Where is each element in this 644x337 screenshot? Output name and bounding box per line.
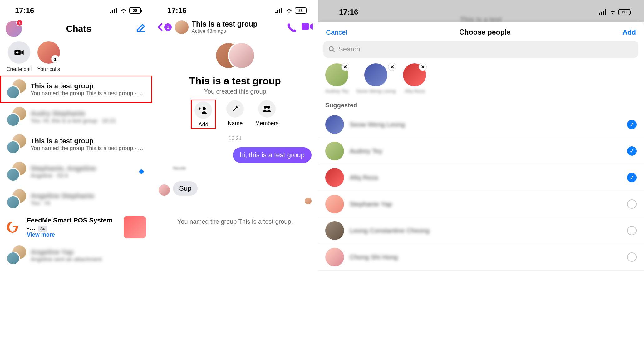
outgoing-message[interactable]: hi, this is a test group (233, 147, 312, 163)
svg-rect-8 (277, 10, 278, 13)
selected-person[interactable]: ✕ Afiq Reza (403, 63, 426, 94)
svg-point-12 (203, 107, 206, 110)
selected-name: Afiq Reza (405, 88, 425, 94)
incoming-message[interactable]: Sup (173, 181, 198, 196)
selected-name: Seow Weng Leong (356, 88, 396, 94)
avatar (325, 142, 344, 160)
ad-view-more[interactable]: View more (27, 232, 119, 238)
svg-rect-18 (601, 12, 602, 15)
person-row[interactable]: Afiq Reza (318, 164, 644, 191)
svg-point-21 (329, 47, 333, 51)
create-call-button[interactable]: + Create call (6, 41, 32, 72)
person-name: Audrey Tey (350, 147, 622, 155)
ad-row[interactable]: FeedMe Smart POS System -… Ad View more (0, 213, 152, 242)
your-calls-button[interactable]: 1 Your calls (37, 41, 60, 72)
wifi-icon (609, 9, 617, 15)
avatar (325, 221, 344, 240)
cellular-icon (110, 8, 118, 13)
add-button[interactable]: Add (622, 28, 636, 37)
your-calls-avatar: 1 (37, 41, 60, 64)
battery-icon: 28 (129, 7, 141, 14)
cancel-button[interactable]: Cancel (326, 28, 347, 37)
remove-icon[interactable]: ✕ (388, 63, 396, 71)
svg-point-16 (266, 106, 268, 108)
remove-icon[interactable]: ✕ (341, 63, 349, 71)
incoming-sender: Nicole (173, 165, 318, 171)
group-subtitle: You created this group (159, 88, 312, 95)
chat-name: This is a test group (31, 82, 146, 90)
person-name: Seow Weng Leong (350, 121, 622, 128)
people-list: Seow Weng Leong Audrey Tey Afiq Reza Ste… (318, 111, 644, 271)
chat-row[interactable]: Stephanie, Angeline Angeline · 03:4 (0, 158, 152, 185)
thread-header: 1 This is a test group Active 43m ago (152, 18, 318, 34)
compose-button[interactable] (135, 23, 146, 35)
chat-name: Audry Stephanie (31, 110, 146, 118)
chat-row[interactable]: Audry Stephanie You: Hi, this is a test … (0, 103, 152, 130)
chat-row[interactable]: Angeline Stephanie You · Hi (0, 185, 152, 213)
back-badge: 1 (164, 23, 172, 31)
checkbox[interactable] (627, 146, 637, 156)
back-button[interactable]: 1 (157, 23, 172, 32)
profile-avatar[interactable]: 1 (6, 21, 22, 37)
message-timestamp: 16:21 (152, 135, 318, 142)
svg-rect-0 (110, 12, 111, 13)
battery-icon: 28 (295, 7, 307, 14)
person-name: Leong Constantine Cheong (350, 227, 622, 234)
add-people-button[interactable]: + Add (191, 100, 215, 129)
incoming-avatar[interactable] (159, 184, 170, 196)
seen-indicator (305, 198, 312, 204)
group-overview: This is a test group You created this gr… (152, 34, 318, 129)
unread-dot (139, 169, 144, 174)
avatar (364, 63, 387, 86)
people-icon (258, 100, 276, 118)
svg-rect-19 (603, 11, 604, 15)
checkbox[interactable] (627, 173, 637, 182)
chat-avatar (6, 189, 26, 209)
video-call-button[interactable] (302, 22, 313, 31)
create-call-label: Create call (6, 66, 32, 72)
chat-name: Stephanie, Angeline (31, 164, 146, 173)
person-row[interactable]: Chong Shi Hong (318, 244, 644, 271)
your-calls-badge: 1 (51, 55, 59, 63)
person-row[interactable]: Seow Weng Leong (318, 111, 644, 138)
rename-button[interactable]: Name (226, 100, 244, 129)
svg-rect-2 (114, 9, 115, 13)
chat-row[interactable]: Angeline Yap Angeline sent an attachment (0, 242, 152, 269)
chat-row[interactable]: This is a test group You named the group… (0, 76, 152, 103)
chat-preview: You: Hi, this is a test group · 16:21 (31, 118, 146, 124)
checkbox[interactable] (627, 226, 637, 235)
person-row[interactable]: Audrey Tey (318, 138, 644, 164)
chat-name: This is a test group (31, 137, 146, 145)
incoming-message-row: Sup (152, 181, 318, 196)
chevron-left-icon (157, 23, 164, 32)
person-row[interactable]: Stephanie Yap (318, 191, 644, 217)
chats-header: 1 Chats (0, 18, 152, 39)
members-button[interactable]: Members (255, 100, 278, 129)
svg-rect-11 (302, 23, 309, 30)
thread-avatar[interactable] (175, 20, 189, 34)
checkbox[interactable] (627, 252, 637, 262)
search-input[interactable]: Search (323, 41, 638, 58)
sheet-header: Cancel Choose people Add (318, 25, 644, 41)
chat-preview: Angeline · 03:4 (31, 173, 146, 179)
chat-preview: You named the group This is a test group… (31, 90, 146, 97)
chats-title: Chats (66, 24, 91, 34)
person-name: Chong Shi Hong (350, 253, 622, 261)
remove-icon[interactable]: ✕ (419, 63, 427, 71)
svg-rect-3 (116, 8, 117, 13)
status-bar: 17:16 28 (0, 0, 152, 18)
avatar (325, 168, 344, 187)
status-bar: 17:16 28 (152, 0, 318, 18)
call-button[interactable] (287, 22, 296, 32)
selected-person[interactable]: ✕ Audrey Tey (325, 63, 349, 94)
selected-person[interactable]: ✕ Seow Weng Leong (356, 63, 396, 94)
checkbox[interactable] (627, 199, 637, 209)
your-calls-label: Your calls (37, 66, 60, 72)
selected-name: Audrey Tey (325, 88, 349, 94)
chat-row[interactable]: This is a test group You named the group… (0, 130, 152, 158)
chat-avatar (6, 107, 26, 127)
person-row[interactable]: Leong Constantine Cheong (318, 217, 644, 244)
ad-title: FeedMe Smart POS System -… Ad (27, 217, 119, 232)
checkbox[interactable] (627, 120, 637, 129)
chat-preview: Angeline sent an attachment (31, 256, 146, 263)
